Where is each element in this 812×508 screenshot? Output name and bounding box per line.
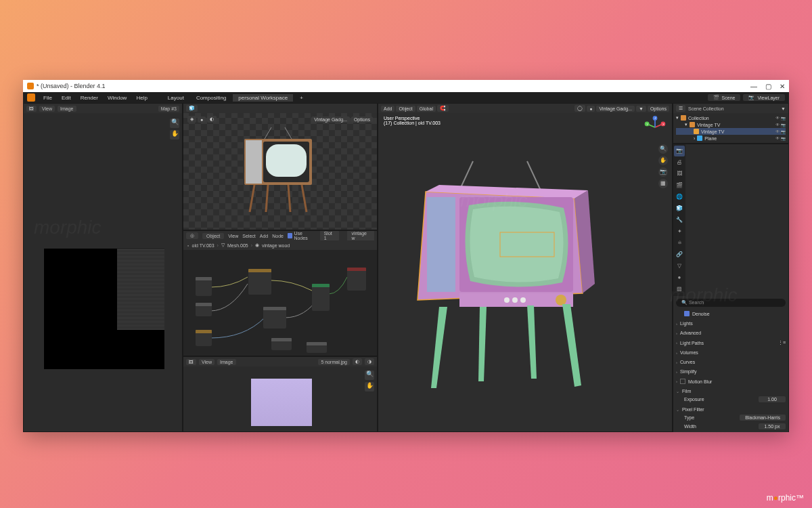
section-lights[interactable]: ›Lights	[676, 320, 786, 327]
node-mapping[interactable]	[196, 303, 212, 316]
tab-texture[interactable]: ▨	[674, 284, 685, 295]
viewport-options[interactable]: Options	[648, 106, 669, 112]
slot-selector[interactable]: Slot 1	[320, 230, 340, 241]
use-nodes-checkbox[interactable]: Use Nodes	[288, 231, 316, 240]
editor-type-uv[interactable]: 🖼	[26, 106, 37, 112]
preview-editor-type[interactable]: 🧊	[186, 105, 198, 112]
node-tex-a[interactable]	[196, 330, 212, 346]
node-menu-node[interactable]: Node	[272, 234, 284, 238]
img-filename[interactable]: 5 normal.jpg	[318, 359, 350, 365]
img-view-menu[interactable]: View	[199, 359, 215, 365]
img-image-menu[interactable]: Image	[217, 359, 235, 365]
move-icon[interactable]: ✋	[658, 156, 668, 165]
close-button[interactable]: ✕	[780, 83, 785, 90]
breadcrumb-mesh[interactable]: Mesh.005	[227, 243, 248, 248]
viewlayer-selector[interactable]: 📷ViewLayer	[743, 94, 785, 101]
node-texcoord[interactable]	[196, 277, 212, 296]
viewport-shading-solid[interactable]: ●	[587, 106, 595, 112]
zoom-icon[interactable]: 🔍	[658, 144, 668, 154]
outliner-row-vintage-tv-coll[interactable]: ▾Vintage TV 👁📷	[676, 121, 786, 128]
tab-scene[interactable]: 🎬	[674, 180, 685, 191]
orientation-selector[interactable]: Global	[417, 106, 436, 112]
viewport-shading-wireframe[interactable]: ◯	[574, 105, 585, 112]
render-icon[interactable]: 📷	[781, 116, 786, 121]
filter-type-field[interactable]: TypeBlackman-Harris	[676, 413, 786, 422]
node-editor-type[interactable]: ◎	[186, 232, 198, 239]
snap-icon[interactable]: 🧲	[437, 105, 449, 112]
breadcrumb-object[interactable]: old TV.003	[191, 243, 214, 248]
section-light-paths[interactable]: ›Light Paths⋮≡	[676, 339, 786, 347]
uv-map-selector[interactable]: Map #3	[158, 106, 179, 112]
camera-icon[interactable]: 📷	[658, 167, 668, 177]
filter-width-field[interactable]: Width1.50 px	[676, 422, 786, 431]
img-hand-icon[interactable]: ✋	[365, 382, 374, 391]
axis-gizmo[interactable]: X Y Z	[644, 116, 667, 139]
workspace-layout[interactable]: Layout	[162, 94, 189, 102]
hand-icon[interactable]: ✋	[170, 130, 179, 140]
workspace-add[interactable]: +	[294, 94, 309, 102]
node-menu-view[interactable]: View	[228, 234, 238, 238]
tab-physics[interactable]: ⚛	[674, 238, 685, 249]
node-principled[interactable]	[312, 284, 330, 311]
img-color-a[interactable]: ◐	[353, 358, 362, 365]
uv-view-menu[interactable]: View	[39, 106, 55, 112]
menu-help[interactable]: Help	[132, 94, 151, 102]
3d-viewport[interactable]: Add Object Global 🧲 ◯ ● Vintage Gadg... …	[378, 103, 673, 432]
visibility-icon[interactable]: 👁	[775, 116, 780, 121]
tab-particle[interactable]: ✦	[674, 226, 685, 237]
grid-icon[interactable]: ▦	[658, 179, 668, 188]
tab-modifier[interactable]: 🔧	[674, 215, 685, 226]
workspace-personal[interactable]: personal Workspace	[233, 94, 293, 102]
node-color[interactable]	[271, 338, 292, 350]
tab-output[interactable]: 🖨	[674, 157, 685, 168]
preview-mode[interactable]: ◈	[187, 116, 196, 123]
tab-render[interactable]: 📷	[674, 146, 685, 156]
preview-material-selector[interactable]: Vintage Gadg...	[311, 117, 350, 123]
tab-world[interactable]: 🌐	[674, 192, 685, 203]
denoise-checkbox[interactable]: Denoise	[676, 310, 786, 318]
menu-window[interactable]: Window	[104, 94, 131, 102]
scene-selector[interactable]: 🎬Scene	[708, 94, 741, 101]
viewport-object-menu[interactable]: Object	[396, 106, 415, 112]
tab-object[interactable]: 🧊	[674, 203, 685, 214]
section-motion-blur[interactable]: ›Motion Blur	[676, 377, 786, 385]
tab-constraint[interactable]: 🔗	[674, 249, 685, 260]
node-extra[interactable]	[307, 342, 327, 353]
section-advanced[interactable]: ›Advanced	[676, 329, 786, 337]
img-editor-type[interactable]: 🖼	[186, 359, 196, 365]
section-pixel-filter[interactable]: ⌄Pixel Filter	[676, 406, 786, 413]
outliner-type[interactable]: ☰	[676, 105, 685, 112]
viewport-filter-icon[interactable]: ▼	[636, 106, 646, 112]
viewport-material[interactable]: Vintage Gadg...	[596, 106, 635, 112]
uv-canvas-area[interactable]: 🔍 ✋	[24, 113, 182, 431]
menu-edit[interactable]: Edit	[58, 94, 75, 102]
img-color-b[interactable]: ◑	[365, 358, 374, 365]
section-simplify[interactable]: ›Simplify	[676, 368, 786, 375]
preview-options[interactable]: Options	[351, 117, 373, 123]
property-search[interactable]: 🔍 Search	[676, 299, 786, 307]
outliner-filter-icon[interactable]: ▼	[781, 106, 786, 111]
maximize-button[interactable]: ▢	[765, 83, 771, 90]
minimize-button[interactable]: —	[750, 83, 757, 90]
tab-material[interactable]: ●	[674, 272, 685, 283]
workspace-compositing[interactable]: Compositing	[191, 94, 231, 102]
tab-data[interactable]: ▽	[674, 261, 685, 272]
section-curves[interactable]: ›Curves	[676, 358, 786, 366]
breadcrumb-material[interactable]: vintage wood	[262, 243, 290, 248]
section-film[interactable]: ⌄Film	[676, 387, 786, 395]
node-output[interactable]	[347, 268, 366, 291]
outliner-row-vintage-tv-obj[interactable]: Vintage TV 👁📷	[676, 128, 786, 135]
blender-logo-icon[interactable]	[27, 93, 35, 102]
uv-image-menu[interactable]: Image	[58, 106, 76, 112]
viewport-add-menu[interactable]: Add	[381, 106, 394, 112]
node-mode[interactable]: Object	[202, 233, 224, 239]
menu-render[interactable]: Render	[76, 94, 102, 102]
node-material-selector[interactable]: vintage w	[347, 230, 374, 241]
node-graph[interactable]	[183, 250, 377, 356]
node-normal-map[interactable]	[263, 307, 286, 329]
outliner-row-collection[interactable]: ▾Collection 👁📷	[676, 114, 786, 121]
menu-file[interactable]: File	[39, 94, 56, 102]
section-volumes[interactable]: ›Volumes	[676, 349, 786, 356]
exposure-field[interactable]: Exposure1.00	[676, 395, 786, 404]
tab-view[interactable]: 🖼	[674, 169, 685, 179]
